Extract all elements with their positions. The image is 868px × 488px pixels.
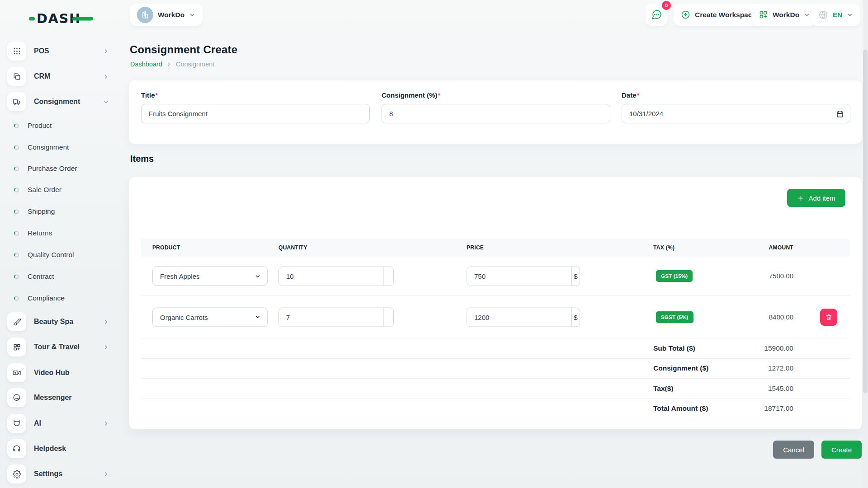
plus-icon: [797, 194, 805, 202]
sidebar-item-pos[interactable]: POS: [7, 40, 110, 62]
items-table: PRODUCT QUANTITY PRICE TAX (%) AMOUNT Fr…: [141, 239, 850, 418]
sidebar-item-messenger[interactable]: Messenger: [7, 387, 110, 408]
calendar-icon[interactable]: [836, 110, 844, 118]
create-button[interactable]: Create: [821, 441, 862, 459]
consignment-percent-input[interactable]: [382, 104, 610, 123]
globe-icon: [818, 10, 828, 20]
chevron-down-icon: [847, 12, 853, 18]
video-camera-icon: [7, 363, 26, 382]
bot-icon: [7, 414, 26, 433]
sidebar-subitem-contract[interactable]: Contract: [14, 267, 110, 286]
sidebar-subitem-purchase-order[interactable]: Purchase Order: [14, 160, 110, 178]
create-workspace-button[interactable]: Create Workspace: [674, 4, 763, 26]
chevron-right-icon: [166, 61, 172, 67]
workspace-avatar: [137, 7, 153, 23]
add-item-button[interactable]: Add item: [787, 189, 845, 207]
bullet-icon: [14, 230, 19, 236]
bullet-icon: [14, 209, 19, 215]
vertical-scrollbar[interactable]: [863, 0, 868, 488]
product-select[interactable]: Fresh Apples: [152, 267, 268, 286]
sidebar-item-tour-travel[interactable]: Tour & Travel: [7, 336, 110, 358]
sidebar-item-video-hub[interactable]: Video Hub: [7, 362, 110, 384]
chat-dots-icon: [651, 9, 662, 20]
consignment-form-card: Title Consignment (%) Date: [129, 80, 862, 144]
bullet-icon: [14, 187, 19, 193]
grand-total-row: Total Amount ($) 18717.00: [141, 399, 850, 419]
bullet-icon: [14, 145, 19, 150]
chevron-down-icon: [255, 314, 261, 320]
row-amount: 8400.00: [769, 313, 793, 321]
tax-total-row: Tax($) 1545.00: [141, 378, 850, 399]
consignment-percent-label: Consignment (%): [382, 91, 610, 99]
item-row: Fresh Apples $ GST (15%) 7500: [141, 257, 850, 296]
chevron-right-icon: [103, 420, 109, 427]
building-icon: [141, 10, 150, 19]
consignment-total-row: Consignment ($) 1272.00: [141, 358, 850, 379]
chevron-right-icon: [103, 344, 109, 351]
sidebar-item-crm[interactable]: CRM: [7, 66, 110, 87]
items-card: Add item PRODUCT QUANTITY PRICE TAX (%) …: [129, 177, 862, 429]
number-spinner[interactable]: [383, 267, 393, 286]
sidebar-subitem-product[interactable]: Product: [14, 117, 110, 135]
messages-button[interactable]: 0: [646, 4, 668, 26]
chevron-down-icon: [189, 12, 195, 18]
sidebar-subitem-shipping[interactable]: Shipping: [14, 202, 110, 221]
sidebar-subitem-sale-order[interactable]: Sale Order: [14, 181, 110, 199]
chevron-right-icon: [103, 471, 109, 478]
sidebar-subitem-returns[interactable]: Returns: [14, 224, 110, 242]
apps-menu-button[interactable]: WorkDo: [751, 4, 817, 26]
items-table-header: PRODUCT QUANTITY PRICE TAX (%) AMOUNT: [141, 239, 850, 257]
workspace-switcher[interactable]: WorkDo: [130, 4, 203, 26]
chevron-right-icon: [103, 73, 109, 80]
language-code: EN: [833, 11, 842, 19]
messages-count-badge: 0: [662, 1, 671, 10]
breadcrumb: Dashboard Consignment: [130, 61, 214, 68]
truck-icon: [7, 92, 26, 111]
column-header-product: PRODUCT: [152, 239, 268, 257]
bullet-icon: [14, 252, 19, 258]
brush-icon: [7, 312, 26, 331]
sidebar-subitem-compliance[interactable]: Compliance: [14, 289, 110, 307]
dash-logo: DASH: [29, 8, 97, 28]
cancel-button[interactable]: Cancel: [773, 441, 814, 459]
sidebar-subitem-consignment[interactable]: Consignment: [14, 138, 110, 156]
date-label: Date: [622, 91, 850, 99]
sidebar-item-settings[interactable]: Settings: [7, 463, 110, 485]
apps-menu-label: WorkDo: [773, 11, 799, 19]
product-select[interactable]: Organic Carrots: [152, 307, 268, 327]
number-spinner[interactable]: [383, 308, 393, 326]
bullet-icon: [14, 166, 19, 172]
bullet-icon: [14, 274, 19, 280]
copy-icon: [7, 67, 26, 86]
sidebar: POS CRM Consignment Product Consignment: [0, 29, 118, 488]
tax-badge: GST (15%): [656, 270, 693, 282]
language-selector[interactable]: EN: [811, 4, 860, 26]
column-header-amount: AMOUNT: [703, 239, 793, 257]
sidebar-item-consignment[interactable]: Consignment: [7, 91, 110, 113]
scrollbar-thumb[interactable]: [863, 50, 868, 393]
tax-badge: SGST (5%): [656, 311, 693, 323]
add-item-label: Add item: [808, 194, 835, 202]
breadcrumb-dashboard-link[interactable]: Dashboard: [130, 61, 162, 68]
chevron-down-icon: [804, 12, 810, 18]
sidebar-subitem-quality-control[interactable]: Quality Control: [14, 246, 110, 264]
sidebar-item-helpdesk[interactable]: Helpdesk: [7, 438, 110, 460]
quantity-input[interactable]: [279, 267, 383, 286]
column-header-price: PRICE: [467, 239, 580, 257]
bullet-icon: [14, 123, 19, 129]
breadcrumb-current: Consignment: [176, 61, 214, 68]
sidebar-item-beauty-spa[interactable]: Beauty Spa: [7, 311, 110, 333]
chevron-down-icon: [103, 99, 109, 105]
title-label: Title: [141, 91, 370, 99]
title-input[interactable]: [142, 104, 369, 123]
delete-row-button[interactable]: [820, 309, 837, 326]
price-input[interactable]: [467, 308, 571, 326]
grid-plus-icon: [759, 10, 768, 19]
page-title: Consignment Create: [130, 43, 237, 56]
date-input[interactable]: [622, 104, 850, 123]
plus-circle-icon: [681, 10, 690, 19]
sidebar-item-ai[interactable]: AI: [7, 413, 110, 434]
price-input[interactable]: [467, 267, 571, 286]
chevron-right-icon: [103, 48, 109, 55]
quantity-input[interactable]: [279, 308, 383, 326]
